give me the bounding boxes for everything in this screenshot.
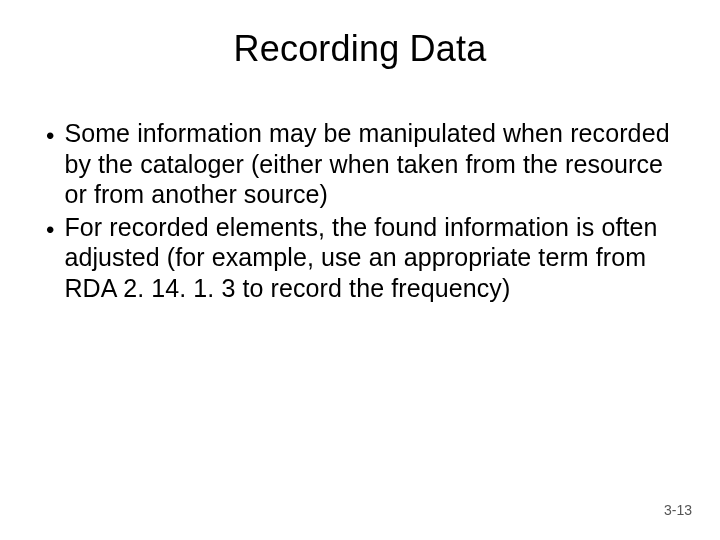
slide: Recording Data • Some information may be… xyxy=(0,0,720,540)
page-number: 3-13 xyxy=(664,502,692,518)
bullet-icon: • xyxy=(46,214,54,246)
bullet-icon: • xyxy=(46,120,54,152)
slide-title: Recording Data xyxy=(40,28,680,70)
slide-content: • Some information may be manipulated wh… xyxy=(40,118,680,303)
list-item: • For recorded elements, the found infor… xyxy=(46,212,674,304)
bullet-text: For recorded elements, the found informa… xyxy=(64,212,674,304)
list-item: • Some information may be manipulated wh… xyxy=(46,118,674,210)
bullet-text: Some information may be manipulated when… xyxy=(64,118,674,210)
